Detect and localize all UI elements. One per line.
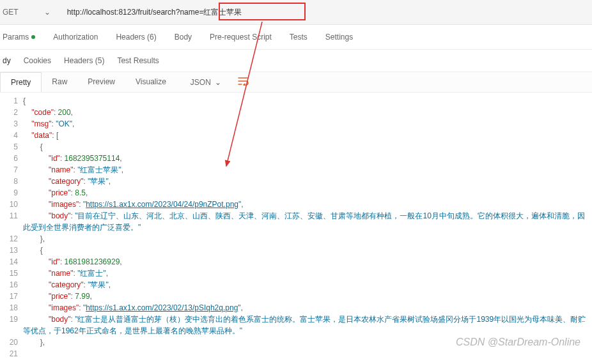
view-pretty[interactable]: Pretty (0, 72, 42, 92)
response-body[interactable]: 123456789101112131415161718192021 { "cod… (0, 93, 592, 360)
method-label: GET (3, 8, 19, 17)
tab-tests[interactable]: Tests (290, 33, 308, 42)
tab-settings[interactable]: Settings (325, 33, 353, 42)
resp-tab-headers[interactable]: Headers (5) (64, 56, 104, 65)
chevron-down-icon: ⌄ (215, 78, 221, 87)
url-input[interactable] (63, 4, 592, 20)
json-code: { "code": 200, "msg": "OK", "data": [ { … (23, 95, 592, 360)
tab-authorization[interactable]: Authorization (53, 33, 98, 42)
tab-headers[interactable]: Headers (6) (116, 33, 156, 42)
method-selector[interactable]: GET ⌄ (0, 8, 63, 17)
line-gutter: 123456789101112131415161718192021 (0, 95, 23, 360)
tab-params[interactable]: Params (3, 33, 35, 42)
resp-tab-cookies[interactable]: Cookies (24, 56, 51, 65)
type-label: JSON (191, 78, 211, 87)
resp-tab-body[interactable]: dy (3, 56, 11, 65)
view-visualize[interactable]: Visualize (125, 72, 176, 92)
tab-body[interactable]: Body (175, 33, 192, 42)
view-raw[interactable]: Raw (42, 72, 77, 92)
wrap-lines-icon[interactable] (238, 77, 249, 88)
chevron-down-icon: ⌄ (44, 8, 51, 17)
resp-tab-tests[interactable]: Test Results (117, 56, 159, 65)
view-preview[interactable]: Preview (77, 72, 125, 92)
params-active-dot (31, 35, 35, 39)
tab-prerequest[interactable]: Pre-request Script (210, 33, 272, 42)
response-type-selector[interactable]: JSON ⌄ (184, 74, 228, 91)
